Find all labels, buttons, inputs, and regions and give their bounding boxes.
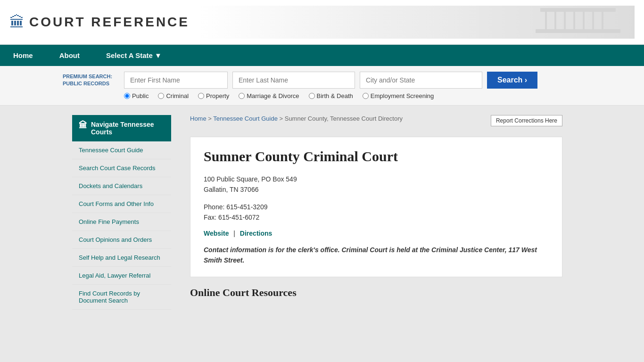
sidebar-item-self-help[interactable]: Self Help and Legal Research	[72, 249, 171, 267]
main-content: Report Corrections Here Home > Tennessee…	[181, 115, 572, 310]
court-fax: Fax: 615-451-6072	[204, 214, 259, 221]
breadcrumb-separator-2: >	[280, 115, 285, 122]
court-contact: Phone: 615-451-3209 Fax: 615-451-6072	[204, 202, 549, 223]
sidebar-item-legal-aid[interactable]: Legal Aid, Lawyer Referral	[72, 267, 171, 285]
svg-rect-8	[540, 8, 616, 12]
court-address: 100 Public Square, PO Box 549 Gallatin, …	[204, 174, 549, 195]
sidebar-item-fine-payments[interactable]: Online Fine Payments	[72, 213, 171, 231]
radio-public[interactable]: Public	[124, 92, 149, 99]
sidebar: 🏛 Navigate Tennessee Courts Tennessee Co…	[72, 115, 171, 310]
header-decoration	[199, 6, 635, 39]
svg-rect-1	[545, 10, 547, 29]
court-links: Website | Directions	[204, 230, 549, 237]
first-name-input[interactable]	[124, 72, 228, 89]
breadcrumb-home[interactable]: Home	[190, 115, 206, 122]
court-address-line2: Gallatin, TN 37066	[204, 186, 258, 193]
sidebar-item-forms[interactable]: Court Forms and Other Info	[72, 195, 171, 213]
breadcrumb-tn-guide[interactable]: Tennessee Court Guide	[213, 115, 278, 122]
nav-about[interactable]: About	[46, 45, 93, 66]
court-website-link[interactable]: Website	[204, 230, 229, 237]
radio-marriage[interactable]: Marriage & Divorce	[239, 92, 299, 99]
court-phone: Phone: 615-451-3209	[204, 203, 267, 211]
court-note: Contact information is for the clerk's o…	[204, 245, 549, 266]
online-resources-title: Online Court Resources	[190, 287, 562, 299]
links-separator: |	[233, 230, 237, 237]
logo-area: 🏛 COURT REFERENCE	[9, 14, 190, 31]
court-address-line1: 100 Public Square, PO Box 549	[204, 175, 297, 183]
court-directions-link[interactable]: Directions	[240, 230, 272, 237]
sidebar-item-search-records[interactable]: Search Court Case Records	[72, 159, 171, 177]
sidebar-item-opinions[interactable]: Court Opinions and Orders	[72, 231, 171, 249]
svg-rect-3	[564, 10, 566, 29]
radio-birth[interactable]: Birth & Death	[309, 92, 353, 99]
svg-rect-2	[554, 10, 556, 29]
sidebar-courthouse-icon: 🏛	[79, 121, 87, 131]
sidebar-nav-title[interactable]: 🏛 Navigate Tennessee Courts	[72, 115, 171, 141]
breadcrumb-separator-1: >	[208, 115, 213, 122]
page-header: 🏛 COURT REFERENCE	[0, 0, 644, 45]
court-info-card: Sumner County Criminal Court 100 Public …	[190, 137, 562, 277]
svg-rect-5	[583, 10, 585, 29]
svg-rect-0	[536, 29, 620, 33]
court-title: Sumner County Criminal Court	[204, 148, 549, 165]
svg-rect-4	[573, 10, 575, 29]
site-title: COURT REFERENCE	[29, 15, 190, 30]
premium-label: PREMIUM SEARCH: PUBLIC RECORDS	[63, 73, 119, 88]
radio-criminal[interactable]: Criminal	[158, 92, 189, 99]
sidebar-item-tn-court-guide[interactable]: Tennessee Court Guide	[72, 141, 171, 159]
search-button[interactable]: Search ›	[487, 72, 537, 89]
breadcrumb-current: Sumner County, Tennessee Court Directory	[285, 115, 403, 122]
courthouse-icon: 🏛	[9, 14, 25, 31]
sidebar-item-dockets[interactable]: Dockets and Calendars	[72, 177, 171, 195]
nav-home[interactable]: Home	[0, 45, 46, 66]
sidebar-item-doc-search[interactable]: Find Court Records by Document Search	[72, 285, 171, 310]
sidebar-title-text: Navigate Tennessee Courts	[91, 121, 165, 136]
last-name-input[interactable]	[232, 72, 355, 89]
svg-rect-7	[602, 10, 603, 29]
city-state-input[interactable]	[360, 72, 482, 89]
svg-rect-6	[592, 10, 594, 29]
main-nav: Home About Select A State ▼	[0, 45, 644, 66]
nav-select-state[interactable]: Select A State ▼	[93, 45, 175, 66]
radio-employment[interactable]: Employment Screening	[363, 92, 434, 99]
header-svg-decoration	[531, 6, 625, 39]
radio-property[interactable]: Property	[198, 92, 229, 99]
report-corrections-button[interactable]: Report Corrections Here	[491, 115, 562, 126]
